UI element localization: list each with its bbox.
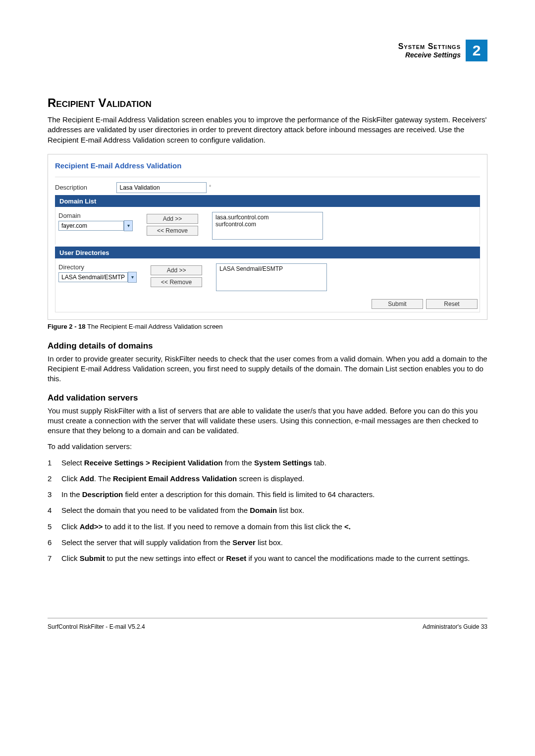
step-item: 4Select the domain that you need to be v…: [48, 505, 487, 515]
subheading-domains: Adding details of domains: [48, 341, 487, 351]
chapter-badge: 2: [466, 40, 487, 61]
header-subtitle: Receive Settings: [398, 51, 461, 59]
figure-caption: Figure 2 - 18 The Recipient E-mail Addre…: [48, 323, 487, 330]
list-item: lasa.surfcontrol.com: [215, 214, 320, 221]
directory-listbox[interactable]: LASA Sendmail/ESMTP: [216, 263, 327, 291]
remove-button[interactable]: << Remove: [147, 226, 198, 236]
panel-title: Recipient E-mail Address Validation: [55, 161, 480, 170]
step-item: 5Click Add>> to add it to the list. If y…: [48, 522, 487, 532]
list-item: LASA Sendmail/ESMTP: [219, 265, 323, 272]
section-heading: Recipient Validation: [48, 96, 487, 110]
step-item: 3In the Description field enter a descri…: [48, 490, 487, 500]
step-item: 1Select Receive Settings > Recipient Val…: [48, 458, 487, 468]
step-item: 6Select the server that will supply vali…: [48, 538, 487, 548]
chevron-down-icon[interactable]: ▾: [128, 272, 137, 283]
paragraph: To add validation servers:: [48, 442, 487, 452]
directory-dropdown[interactable]: LASA Sendmail/ESMTP: [58, 272, 128, 282]
steps-list: 1Select Receive Settings > Recipient Val…: [48, 458, 487, 564]
user-directories-bar: User Directories: [55, 247, 480, 258]
header-title: System Settings: [398, 42, 461, 51]
chevron-down-icon[interactable]: ▾: [124, 220, 133, 231]
footer-left: SurfControl RiskFilter - E-mail V5.2.4: [48, 623, 145, 630]
step-item: 7Click Submit to put the new settings in…: [48, 554, 487, 563]
step-item: 2Click Add. The Recipient Email Address …: [48, 474, 487, 484]
footer-right: Administrator's Guide 33: [423, 623, 487, 630]
submit-button[interactable]: Submit: [372, 299, 423, 309]
domain-label: Domain: [58, 212, 133, 219]
domain-list-bar: Domain List: [55, 195, 480, 207]
remove-button[interactable]: << Remove: [151, 277, 202, 287]
page-header: System Settings Receive Settings 2: [48, 40, 487, 61]
page-footer: SurfControl RiskFilter - E-mail V5.2.4 A…: [48, 618, 487, 630]
directory-label: Directory: [58, 263, 137, 271]
description-input[interactable]: Lasa Validation: [116, 182, 207, 193]
intro-paragraph: The Recipient E-mail Address Validation …: [48, 115, 487, 145]
screenshot-panel: Recipient E-mail Address Validation Desc…: [48, 154, 487, 320]
add-button[interactable]: Add >>: [151, 265, 202, 275]
paragraph: In order to provide greater security, Ri…: [48, 354, 487, 384]
domain-dropdown[interactable]: fayer.com: [58, 221, 124, 231]
subheading-validation: Add validation servers: [48, 393, 487, 403]
description-label: Description: [55, 184, 114, 191]
add-button[interactable]: Add >>: [147, 214, 198, 224]
domain-listbox[interactable]: lasa.surfcontrol.com surfcontrol.com: [212, 212, 323, 240]
paragraph: You must supply RiskFilter with a list o…: [48, 406, 487, 436]
reset-button[interactable]: Reset: [426, 299, 478, 309]
list-item: surfcontrol.com: [215, 221, 320, 228]
